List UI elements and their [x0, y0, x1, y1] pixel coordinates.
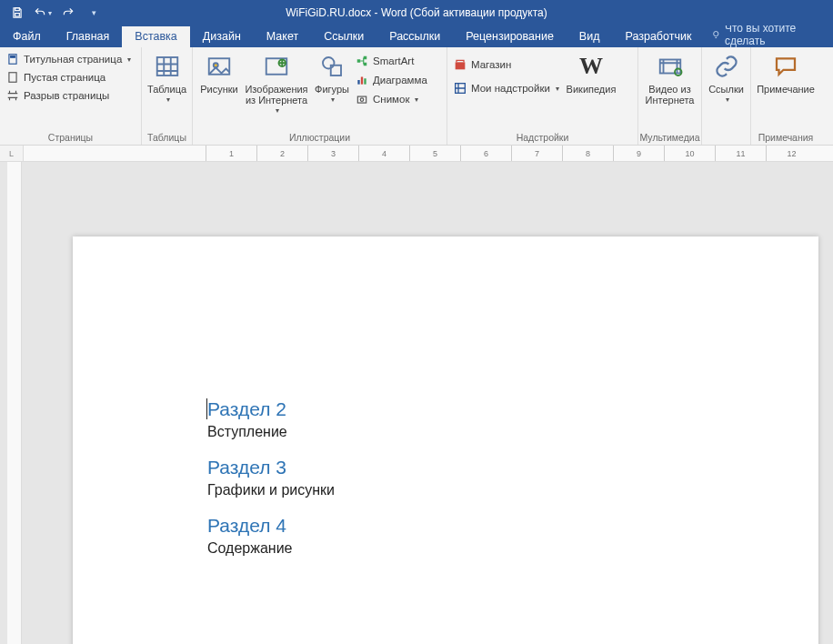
blank-page-icon	[5, 70, 20, 85]
cover-page-button[interactable]: Титульная страница▾	[4, 50, 137, 68]
screenshot-label: Снимок	[373, 94, 409, 105]
tab-view[interactable]: Вид	[567, 26, 613, 47]
wikipedia-label: Википедия	[567, 84, 617, 95]
group-comments-label: Примечания	[751, 132, 820, 143]
tab-layout[interactable]: Макет	[254, 26, 311, 47]
quick-access-toolbar: ▾ ▾	[0, 2, 105, 24]
page-break-button[interactable]: Разрыв страницы	[4, 86, 137, 105]
svg-point-11	[323, 57, 335, 69]
comment-label: Примечание	[757, 84, 815, 95]
my-addins-label: Мои надстройки	[471, 83, 550, 94]
wikipedia-icon: W	[577, 52, 606, 81]
page-break-icon	[5, 88, 20, 103]
group-addins: Магазин Мои надстройки▾ W Википедия Надс…	[447, 47, 638, 145]
online-pictures-icon	[262, 52, 291, 81]
undo-button[interactable]: ▾	[31, 2, 55, 24]
video-icon	[656, 52, 685, 81]
tab-developer[interactable]: Разработчик	[612, 26, 704, 47]
ruler-mark: 10	[664, 146, 715, 162]
tell-me-search[interactable]: Что вы хотите сделать	[704, 22, 833, 47]
vertical-ruler[interactable]	[7, 162, 22, 644]
pictures-button[interactable]: Рисунки	[196, 50, 242, 96]
heading-1: Раздел 2	[207, 398, 691, 420]
horizontal-ruler[interactable]: 123456789101112	[24, 146, 833, 162]
svg-rect-18	[364, 78, 366, 84]
blank-page-button[interactable]: Пустая страница	[4, 68, 137, 86]
links-label: Ссылки	[708, 84, 744, 95]
group-media: Видео из Интернета Мультимедиа	[638, 47, 702, 145]
redo-button[interactable]	[56, 2, 80, 24]
my-addins-icon	[453, 81, 467, 96]
tab-file[interactable]: Файл	[0, 26, 54, 47]
qat-customize[interactable]: ▾	[82, 2, 105, 24]
group-comments: Примечание Примечания	[751, 47, 820, 145]
store-icon	[453, 57, 467, 72]
svg-point-2	[714, 31, 718, 35]
save-button[interactable]	[5, 2, 29, 24]
ruler-mark: 11	[715, 146, 766, 162]
svg-rect-17	[361, 77, 363, 85]
svg-rect-4	[11, 56, 15, 58]
screenshot-button[interactable]: Снимок▾	[353, 90, 429, 108]
tab-review[interactable]: Рецензирование	[453, 26, 567, 47]
window-title: WiFiGiD.RU.docx - Word (Сбой активации п…	[286, 6, 547, 19]
lightbulb-icon	[711, 29, 721, 40]
shapes-button[interactable]: Фигуры ▾	[311, 50, 353, 107]
ruler-mark: 4	[358, 146, 409, 162]
pictures-icon	[205, 52, 234, 81]
paragraph-2: Графики и рисунки	[207, 482, 691, 498]
comment-button[interactable]: Примечание	[755, 50, 817, 96]
comment-icon	[771, 52, 800, 81]
ribbon: Титульная страница▾ Пустая страница Разр…	[0, 47, 833, 146]
svg-rect-13	[357, 59, 361, 63]
ruler-mark: 5	[409, 146, 460, 162]
cover-page-icon	[5, 52, 20, 66]
svg-rect-19	[357, 96, 366, 103]
link-icon	[712, 52, 741, 81]
online-video-button[interactable]: Видео из Интернета	[642, 50, 698, 107]
title-bar: ▾ ▾ WiFiGiD.RU.docx - Word (Сбой активац…	[0, 0, 833, 25]
ruler-mark: 2	[256, 146, 307, 162]
chart-label: Диаграмма	[373, 75, 427, 86]
shapes-label: Фигуры	[315, 84, 349, 95]
chart-button[interactable]: Диаграмма	[353, 71, 429, 89]
group-media-label: Мультимедиа	[638, 132, 701, 143]
online-pictures-button[interactable]: Изображения из Интернета ▾	[242, 50, 311, 118]
tab-home[interactable]: Главная	[54, 26, 123, 47]
ribbon-tabs: Файл Главная Вставка Дизайн Макет Ссылки…	[0, 25, 833, 47]
svg-rect-0	[15, 8, 20, 11]
store-button[interactable]: Магазин	[451, 55, 560, 74]
chart-icon	[355, 73, 369, 87]
group-pages: Титульная страница▾ Пустая страница Разр…	[0, 47, 142, 145]
tab-mailings[interactable]: Рассылки	[376, 26, 453, 47]
pictures-label: Рисунки	[200, 84, 238, 95]
paragraph-1: Вступление	[207, 424, 691, 440]
svg-rect-16	[357, 80, 359, 85]
links-button[interactable]: Ссылки ▾	[706, 50, 747, 107]
document-page[interactable]: Раздел 2 Вступление Раздел 3 Графики и р…	[73, 236, 818, 644]
ruler-mark: 6	[460, 146, 511, 162]
screenshot-icon	[355, 92, 369, 106]
ruler-mark: 3	[307, 146, 358, 162]
ruler-mark: 7	[511, 146, 562, 162]
wikipedia-button[interactable]: W Википедия	[560, 50, 622, 96]
svg-point-20	[360, 98, 364, 102]
ruler-mark: 9	[613, 146, 664, 162]
smartart-button[interactable]: SmartArt	[353, 52, 429, 70]
table-icon	[153, 52, 182, 81]
tab-references[interactable]: Ссылки	[311, 26, 376, 47]
cover-page-label: Титульная страница	[24, 54, 122, 65]
page-break-label: Разрыв страницы	[24, 90, 109, 101]
ruler-mark: 1	[206, 146, 256, 162]
table-button[interactable]: Таблица ▾	[146, 50, 188, 107]
video-label: Видео из Интернета	[646, 84, 695, 106]
tab-insert[interactable]: Вставка	[122, 26, 189, 47]
group-addins-label: Надстройки	[447, 132, 637, 143]
svg-rect-6	[156, 57, 177, 75]
table-label: Таблица	[147, 84, 186, 95]
tab-design[interactable]: Дизайн	[190, 26, 254, 47]
heading-2: Раздел 3	[207, 457, 691, 478]
my-addins-button[interactable]: Мои надстройки▾	[451, 79, 560, 97]
smartart-icon	[355, 54, 369, 68]
group-tables: Таблица ▾ Таблицы	[142, 47, 193, 145]
